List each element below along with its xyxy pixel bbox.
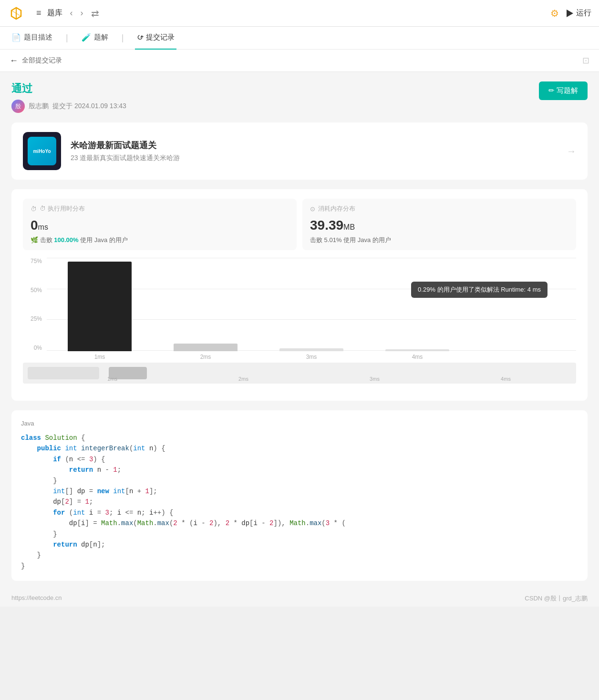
scroll-x-4ms: 4ms — [440, 376, 571, 382]
y-label-75: 75% — [23, 258, 42, 264]
logo-icon[interactable] — [8, 5, 25, 22]
nav-right: ⚙ 运行 — [550, 8, 591, 19]
chart-bar-group-4 — [470, 258, 576, 351]
scroll-x-labels: 1ms 2ms 3ms 4ms — [47, 376, 571, 382]
stats-card: ⏱ ⏱ 执行用时分布 0ms 🌿 击败 100.00% 使用 Java 的用户 … — [11, 189, 588, 401]
course-title: 米哈游最新面试题通关 — [71, 140, 180, 151]
submission-tab-icon: ↺ — [135, 32, 145, 43]
x-label-1ms: 1ms — [47, 354, 153, 360]
stats-row: ⏱ ⏱ 执行用时分布 0ms 🌿 击败 100.00% 使用 Java 的用户 … — [23, 199, 576, 250]
code-line-7: dp[2] = 1; — [21, 497, 578, 507]
solution-tab-icon: 🧪 — [82, 33, 91, 42]
code-line-2: public int integerBreak(int n) { — [21, 443, 578, 454]
code-line-9: dp[i] = Math.max(Math.max(2 * (i - 2), 2… — [21, 518, 578, 528]
course-card[interactable]: miHoYo 米哈游最新面试题通关 23 道最新真实面试题快速通关米哈游 → — [11, 122, 588, 180]
chart-bar-group-3 — [364, 258, 470, 351]
back-button[interactable]: ← — [10, 56, 18, 66]
nav-actions: ≡ 题库 ‹ › ⇄ — [36, 6, 101, 21]
clock-icon: ⏱ — [31, 205, 37, 213]
description-tab-label: 题目描述 — [24, 33, 52, 42]
course-arrow-icon: → — [567, 146, 576, 157]
top-navigation: ≡ 题库 ‹ › ⇄ ⚙ 运行 — [0, 0, 599, 27]
code-line-6: int[] dp = new int[n + 1]; — [21, 486, 578, 497]
code-line-11: return dp[n]; — [21, 539, 578, 550]
time-value: 0ms — [31, 218, 289, 233]
course-info: 米哈游最新面试题通关 23 道最新真实面试题快速通关米哈游 — [71, 140, 180, 162]
debug-icon[interactable]: ⚙ — [550, 8, 559, 19]
write-solution-button[interactable]: ✏ 写题解 — [539, 81, 588, 100]
memory-stats-col: ⊙ 消耗内存分布 39.39MB 击败 5.01% 使用 Java 的用户 — [302, 199, 576, 250]
code-line-8: for (int i = 3; i <= n; i++) { — [21, 507, 578, 518]
status-header: 通过 殷 殷志鹏 提交于 2024.01.09 13:43 ✏ 写题解 — [11, 81, 588, 113]
code-line-10: } — [21, 529, 578, 539]
time-stats-label: ⏱ ⏱ 执行用时分布 — [31, 204, 289, 213]
beat-suffix: 使用 Java 的用户 — [80, 236, 128, 243]
chart-x-labels: 1ms 2ms 3ms 4ms — [47, 351, 576, 363]
chart-bar-1 — [174, 344, 237, 351]
chart-bar-group-0 — [47, 258, 153, 351]
scroll-x-2ms: 2ms — [178, 376, 309, 382]
run-label: 运行 — [576, 8, 591, 18]
run-button[interactable]: 运行 — [567, 8, 591, 18]
chart-bars — [47, 258, 576, 351]
status-user-info: 殷 殷志鹏 提交于 2024.01.09 13:43 — [11, 100, 126, 113]
time-stats-col: ⏱ ⏱ 执行用时分布 0ms 🌿 击败 100.00% 使用 Java 的用户 — [23, 199, 297, 250]
tab-submission[interactable]: ↺ 提交记录 — [135, 27, 176, 50]
submit-time: 提交于 2024.01.09 13:43 — [52, 102, 126, 111]
beat-text: 击败 — [40, 236, 52, 243]
menu-icon[interactable]: ≡ — [36, 8, 41, 18]
solution-tab-label: 题解 — [94, 33, 108, 42]
chart-area: 75% 50% 25% 0% — [23, 250, 576, 391]
time-beat: 🌿 击败 100.00% 使用 Java 的用户 — [31, 236, 289, 244]
chart-tooltip: 0.29% 的用户使用了类似解法 Runtime: 4 ms — [411, 282, 547, 298]
beat-icon: 🌿 — [31, 236, 38, 243]
beat-percent: 100.00% — [54, 236, 78, 243]
breadcrumb-text: 全部提交记录 — [22, 56, 62, 65]
tab-description[interactable]: 📄 题目描述 — [10, 27, 54, 50]
chart-scroll-area[interactable]: 1ms 2ms 3ms 4ms — [23, 363, 576, 384]
x-label-3ms: 3ms — [258, 354, 364, 360]
run-triangle-icon — [567, 10, 573, 17]
footer-right: CSDN @殷丨grd_志鹏 — [525, 594, 588, 603]
x-label-4ms: 4ms — [364, 354, 470, 360]
x-label-2ms: 2ms — [153, 354, 258, 360]
scroll-x-1ms: 1ms — [47, 376, 178, 382]
page-footer: https://leetcode.cn CSDN @殷丨grd_志鹏 — [0, 590, 599, 607]
course-thumb-text: miHoYo — [33, 149, 51, 154]
code-line-3: if (n <= 3) { — [21, 454, 578, 465]
chart-bar-0 — [68, 262, 131, 351]
tab-solution[interactable]: 🧪 题解 — [80, 27, 110, 50]
user-name: 殷志鹏 — [29, 102, 49, 111]
y-label-50: 50% — [23, 287, 42, 294]
footer-left: https://leetcode.cn — [11, 594, 62, 603]
submission-tab-label: 提交记录 — [146, 33, 175, 42]
memory-icon: ⊙ — [310, 205, 315, 213]
nav-title: 题库 — [47, 8, 62, 18]
code-line-13: } — [21, 561, 578, 571]
course-thumbnail: miHoYo — [23, 132, 61, 170]
memory-value: 39.39MB — [310, 218, 568, 233]
code-line-5: } — [21, 476, 578, 486]
tabs-bar: 📄 题目描述 | 🧪 题解 | ↺ 提交记录 — [0, 27, 599, 50]
user-avatar: 殷 — [11, 100, 25, 113]
memory-beat: 击败 5.01% 使用 Java 的用户 — [310, 236, 568, 244]
breadcrumb-bar: ← 全部提交记录 ⊡ — [0, 50, 599, 72]
tab-divider-1: | — [66, 33, 68, 43]
main-content: 通过 殷 殷志鹏 提交于 2024.01.09 13:43 ✏ 写题解 miHo… — [0, 72, 599, 590]
code-line-12: } — [21, 550, 578, 560]
prev-button[interactable]: ‹ — [68, 6, 75, 20]
memory-stats-label: ⊙ 消耗内存分布 — [310, 204, 568, 213]
y-label-0: 0% — [23, 345, 42, 351]
code-line-4: return n - 1; — [21, 465, 578, 475]
course-thumb-inner: miHoYo — [28, 137, 56, 165]
next-button[interactable]: › — [79, 6, 85, 20]
description-tab-icon: 📄 — [11, 33, 21, 42]
y-label-25: 25% — [23, 315, 42, 322]
shuffle-button[interactable]: ⇄ — [89, 6, 101, 21]
settings-panel-icon[interactable]: ⊡ — [582, 55, 589, 66]
scroll-x-3ms: 3ms — [309, 376, 440, 382]
code-section: Java class Solution { public int integer… — [11, 410, 588, 581]
code-block: class Solution { public int integerBreak… — [21, 433, 578, 571]
code-language: Java — [21, 420, 578, 427]
chart-bar-group-1 — [153, 258, 258, 351]
